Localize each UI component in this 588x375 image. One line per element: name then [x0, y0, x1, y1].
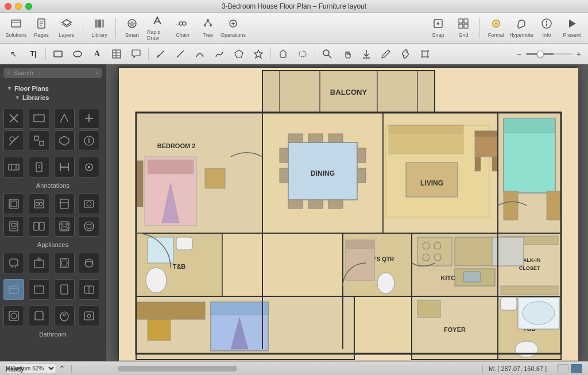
- scroll-track[interactable]: [78, 366, 477, 372]
- lib-item-3[interactable]: [54, 108, 75, 129]
- scroll-thumb[interactable]: [118, 366, 238, 372]
- toolbar-format[interactable]: Format: [485, 16, 508, 40]
- search-bar[interactable]: [3, 68, 102, 78]
- svg-rect-150: [357, 148, 366, 163]
- zoom-slider[interactable]: [526, 53, 572, 55]
- lib-item-12[interactable]: [79, 157, 99, 177]
- close-button[interactable]: [5, 3, 11, 10]
- toolbar-tree[interactable]: Tree: [196, 16, 219, 40]
- tool-text[interactable]: A: [88, 46, 106, 62]
- canvas-area[interactable]: BALCONY BEDROOM 2 T&B: [106, 64, 588, 361]
- tool-transform[interactable]: [416, 46, 434, 62]
- tool-search-zoom[interactable]: [318, 46, 336, 62]
- tool-pen[interactable]: [152, 46, 170, 62]
- toolbar-operations[interactable]: Operations: [222, 16, 245, 40]
- lib-item-4[interactable]: [79, 108, 99, 129]
- maximize-button[interactable]: [25, 3, 32, 10]
- toolbar-layers[interactable]: Layers: [55, 16, 78, 40]
- lib-item-6[interactable]: [29, 130, 49, 151]
- svg-rect-193: [455, 237, 495, 266]
- toolbar-chain[interactable]: Chain: [171, 16, 194, 40]
- lib-item-bath-sel-4[interactable]: [79, 279, 99, 300]
- tool-arc[interactable]: [191, 46, 209, 62]
- zoom-plus-button[interactable]: +: [574, 49, 583, 59]
- lib-item-app-3[interactable]: [54, 194, 75, 214]
- sidebar-item-floor-plans[interactable]: ▼ Floor Plans: [5, 84, 101, 93]
- zoom-up-icon[interactable]: ⌃: [59, 364, 65, 373]
- libraries-arrow: ▼: [15, 95, 20, 100]
- toolbar-grid[interactable]: Grid: [452, 16, 475, 40]
- canvas-fit-button[interactable]: [557, 364, 568, 373]
- lib-item-2[interactable]: [29, 108, 49, 129]
- tree-label: Tree: [203, 32, 213, 38]
- toolbar-rapid-draw[interactable]: Rapid Draw: [146, 16, 169, 40]
- toolbar-library[interactable]: Library: [88, 16, 111, 40]
- lib-item-bath-4[interactable]: [79, 253, 99, 273]
- tool-lasso[interactable]: [293, 46, 312, 62]
- zoom-minus-button[interactable]: −: [514, 49, 524, 59]
- toolbar-solutions[interactable]: Solutions: [5, 16, 28, 40]
- lib-item-app-6[interactable]: [29, 216, 49, 237]
- lib-item-app-5[interactable]: [3, 216, 24, 237]
- svg-rect-83: [9, 199, 18, 208]
- search-input[interactable]: [13, 69, 92, 76]
- lib-item-bath-3-3[interactable]: [54, 306, 75, 326]
- annotations-grid-2: [0, 154, 106, 180]
- lib-item-app-2[interactable]: [29, 194, 49, 214]
- toolbar-info[interactable]: Info: [535, 16, 558, 40]
- tool-line[interactable]: [171, 46, 189, 62]
- svg-rect-96: [40, 222, 44, 230]
- lib-item-7[interactable]: [54, 130, 75, 151]
- minimize-button[interactable]: [15, 3, 22, 10]
- lib-item-bath-2[interactable]: [29, 253, 49, 273]
- lib-item-bath-sel-1[interactable]: [3, 279, 24, 300]
- tool-magic-pen[interactable]: [249, 46, 268, 62]
- svg-rect-68: [40, 141, 44, 145]
- lib-item-app-4[interactable]: [79, 194, 99, 214]
- lib-item-bath-3-4[interactable]: [79, 306, 99, 326]
- lib-item-9[interactable]: [3, 157, 24, 177]
- lib-item-bath-sel-2[interactable]: [29, 279, 49, 300]
- toolbar-smart[interactable]: Smart: [121, 16, 144, 40]
- tool-ellipse[interactable]: [68, 46, 87, 62]
- tool-hand[interactable]: [338, 46, 356, 62]
- lib-item-app-1[interactable]: [3, 194, 24, 214]
- tool-text-cursor[interactable]: T|: [24, 46, 42, 62]
- tool-rectangle[interactable]: [49, 46, 67, 62]
- canvas-view-button[interactable]: [571, 364, 582, 373]
- lib-item-10[interactable]: [29, 157, 49, 177]
- info-icon: [541, 18, 552, 32]
- lib-item-bath-1[interactable]: [3, 253, 24, 273]
- tool-download[interactable]: [357, 46, 376, 62]
- lib-item-bath-sel-3[interactable]: [54, 279, 75, 300]
- svg-rect-132: [205, 168, 225, 188]
- lib-item-app-8[interactable]: [79, 216, 99, 237]
- lib-item-app-7[interactable]: [54, 216, 75, 237]
- lib-item-bath-3-1[interactable]: [3, 306, 24, 326]
- tool-pencil[interactable]: [377, 46, 395, 62]
- tool-bubble[interactable]: [127, 46, 145, 62]
- tool-polygon[interactable]: [230, 46, 248, 62]
- main-toolbar: Solutions Pages Layers Library Smart Rap…: [0, 13, 588, 44]
- svg-rect-169: [547, 191, 561, 220]
- lib-item-bath-3[interactable]: [54, 253, 75, 273]
- lib-item-11[interactable]: [54, 157, 75, 177]
- toolbar-present[interactable]: Present: [560, 16, 583, 40]
- toolbar-hypernote[interactable]: Hypernote: [510, 16, 533, 40]
- tool-table[interactable]: [107, 46, 126, 62]
- svg-point-82: [88, 166, 90, 168]
- toolbar-pages[interactable]: Pages: [30, 16, 53, 40]
- tool-bucket[interactable]: [274, 46, 292, 62]
- sidebar-item-libraries[interactable]: ▼ Libraries: [13, 93, 101, 102]
- lib-item-bath-3-2[interactable]: [29, 306, 49, 326]
- tool-pointer[interactable]: ↖: [5, 46, 23, 62]
- tool-freehand[interactable]: [210, 46, 229, 62]
- lib-item-5[interactable]: [3, 130, 24, 151]
- t2-sep-3: [270, 48, 271, 60]
- floor-plans-arrow: ▼: [7, 86, 12, 91]
- svg-rect-55: [427, 56, 429, 58]
- toolbar-snap[interactable]: Snap: [427, 16, 450, 40]
- tool-link[interactable]: [396, 46, 415, 62]
- lib-item-1[interactable]: [3, 108, 24, 129]
- lib-item-8[interactable]: [79, 130, 99, 151]
